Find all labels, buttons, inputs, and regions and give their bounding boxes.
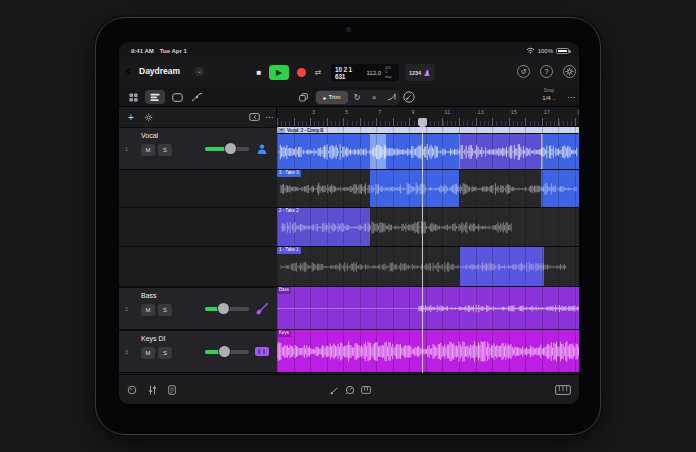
count-in-metronome-group[interactable]: 1234 bbox=[405, 64, 435, 81]
front-camera-icon bbox=[346, 27, 351, 32]
volume-slider[interactable] bbox=[205, 350, 249, 354]
control-bar: ‹ Daydream ⌄ ■ ▶ ⇄ 10 2 1 631 112,0 4/4 … bbox=[119, 57, 579, 87]
take-lane-2[interactable]: 2 - Take 2 bbox=[277, 208, 579, 247]
trim-tool[interactable]: ▸Trim bbox=[316, 91, 348, 104]
tracks-view-button[interactable] bbox=[145, 90, 165, 104]
more-button[interactable]: ⋯ bbox=[565, 90, 577, 104]
knob-view-icon[interactable] bbox=[125, 383, 139, 397]
record-button[interactable] bbox=[293, 65, 309, 80]
take-lane-3[interactable]: 3 - Take 3 bbox=[277, 170, 579, 208]
ruler-bar-number: 13 bbox=[478, 109, 484, 115]
di-box-icon bbox=[255, 345, 269, 359]
keys-region[interactable]: Keys bbox=[277, 330, 579, 373]
fade-tool[interactable] bbox=[383, 91, 399, 104]
project-menu-button[interactable]: ⌄ bbox=[195, 67, 204, 76]
mute-button[interactable]: M bbox=[141, 304, 155, 316]
track-header-toolbar: + ⋯ bbox=[119, 107, 277, 127]
settings-button[interactable] bbox=[563, 65, 576, 78]
fx-knob-icon[interactable] bbox=[343, 383, 357, 397]
solo-button[interactable]: S bbox=[158, 304, 172, 316]
waveform-canvas bbox=[277, 287, 579, 330]
metronome-icon[interactable] bbox=[423, 68, 431, 77]
take-folder-disclosure-icon[interactable]: ▾ bbox=[278, 128, 285, 133]
ruler-bar-number: 5 bbox=[345, 109, 348, 115]
track-header-column: + ⋯ 1 Vocal M S 2 bbox=[119, 107, 277, 374]
split-tool[interactable]: × bbox=[366, 91, 382, 104]
ruler-bar-number: 3 bbox=[312, 109, 315, 115]
region-label: Keys bbox=[277, 330, 291, 337]
bar-ruler[interactable]: 3 5 7 9 11 13 15 17 19 bbox=[277, 107, 579, 127]
wifi-icon bbox=[526, 47, 535, 54]
tracks-area: + ⋯ 1 Vocal M S 2 bbox=[119, 107, 579, 374]
automation-button[interactable] bbox=[189, 90, 205, 104]
stop-button[interactable]: ■ bbox=[251, 65, 267, 80]
play-button[interactable]: ▶ bbox=[269, 65, 289, 80]
play-surface-icon[interactable] bbox=[359, 383, 373, 397]
battery-percent: 100% bbox=[538, 48, 553, 54]
bass-region[interactable]: Bass bbox=[277, 287, 579, 330]
waveform-canvas bbox=[277, 134, 579, 170]
slider-knob[interactable] bbox=[219, 346, 230, 357]
take-lane-1[interactable]: 1 - Take 1 bbox=[277, 247, 579, 287]
solo-button[interactable]: S bbox=[158, 347, 172, 359]
bottom-toolbar bbox=[119, 374, 579, 404]
comp-region-title: Vocal: 2 - Comp B bbox=[287, 128, 323, 133]
header-more-button[interactable]: ⋯ bbox=[263, 110, 275, 124]
status-bar: 9:41 AMTue Apr 1 100% bbox=[119, 42, 579, 57]
key-signature: C maj bbox=[385, 70, 395, 79]
back-chevron-icon[interactable]: ‹ bbox=[126, 63, 130, 79]
plugins-icon[interactable] bbox=[165, 383, 179, 397]
browser-button[interactable] bbox=[125, 90, 141, 104]
mute-button[interactable]: M bbox=[141, 144, 155, 156]
track-number: 1 bbox=[125, 146, 128, 152]
edit-toolbar: ▸Trim ↻ × Snap 1/4 ⌄ ⋯ bbox=[119, 87, 579, 107]
help-button[interactable]: ? bbox=[540, 65, 553, 78]
mute-button[interactable]: M bbox=[141, 347, 155, 359]
ruler-bar-number: 7 bbox=[378, 109, 381, 115]
collapse-headers-icon[interactable] bbox=[247, 110, 261, 124]
ruler-bar-number: 15 bbox=[511, 109, 517, 115]
track-name: Keys DI bbox=[141, 335, 166, 342]
loop-tool[interactable]: ↻ bbox=[349, 91, 365, 104]
ruler-bar-number: 17 bbox=[544, 109, 550, 115]
slider-knob[interactable] bbox=[218, 303, 229, 314]
trim-icon: ▸ bbox=[324, 94, 327, 101]
solo-button[interactable]: S bbox=[158, 144, 172, 156]
snap-label: Snap bbox=[535, 89, 563, 94]
status-time: 9:41 AM bbox=[131, 48, 154, 54]
track-header-keys[interactable]: 3 Keys DI M S bbox=[119, 330, 277, 373]
comp-region-row[interactable] bbox=[277, 134, 579, 170]
add-track-button[interactable]: + bbox=[125, 110, 137, 124]
tool-group: ▸Trim ↻ × bbox=[315, 90, 400, 105]
track-header-vocal[interactable]: 1 Vocal M S bbox=[119, 127, 277, 170]
keyboard-toggle-icon[interactable] bbox=[553, 383, 573, 397]
undo-button[interactable]: ↺ bbox=[517, 65, 530, 78]
track-header-bass[interactable]: 2 Bass M S bbox=[119, 287, 277, 330]
take-lane-header-spacer bbox=[119, 170, 277, 208]
take-label: 1 - Take 1 bbox=[277, 247, 301, 254]
person-icon bbox=[255, 142, 269, 156]
project-title[interactable]: Daydream bbox=[139, 66, 180, 76]
waveform-canvas bbox=[277, 330, 579, 373]
volume-slider[interactable] bbox=[205, 307, 249, 311]
track-name: Bass bbox=[141, 292, 157, 299]
snap-value: 1/4 bbox=[542, 95, 550, 101]
cycle-button[interactable]: ⇄ bbox=[310, 65, 326, 80]
copy-icon[interactable] bbox=[295, 90, 311, 104]
draw-tool[interactable] bbox=[401, 90, 417, 104]
status-date: Tue Apr 1 bbox=[160, 48, 187, 54]
record-icon bbox=[297, 68, 306, 77]
count-in-button[interactable]: 1234 bbox=[409, 70, 421, 76]
regions-button[interactable] bbox=[169, 90, 185, 104]
take-folder-header-strip[interactable]: ▾ Vocal: 2 - Comp B bbox=[277, 127, 579, 134]
ipad-device: 9:41 AMTue Apr 1 100% ‹ Daydream ⌄ ■ ▶ ⇄… bbox=[95, 17, 601, 435]
volume-slider[interactable] bbox=[205, 147, 249, 151]
track-config-icon[interactable] bbox=[141, 110, 155, 124]
slider-knob[interactable] bbox=[225, 143, 236, 154]
lcd-display[interactable]: 10 2 1 631 112,0 4/4 C maj bbox=[331, 64, 399, 81]
snap-control[interactable]: Snap 1/4 ⌄ bbox=[535, 89, 563, 101]
editor-pencil-icon[interactable] bbox=[327, 383, 341, 397]
mixer-icon[interactable] bbox=[145, 383, 159, 397]
ruler-bar-number: 19 bbox=[577, 109, 579, 115]
track-number: 3 bbox=[125, 349, 128, 355]
